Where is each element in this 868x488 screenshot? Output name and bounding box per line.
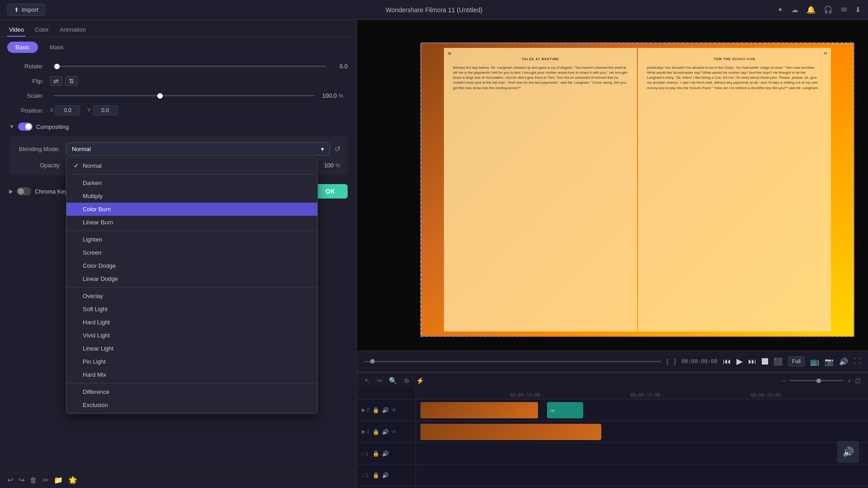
bracket-left-icon[interactable]: { — [666, 358, 669, 365]
fullscreen-icon[interactable]: ⛶ — [854, 357, 861, 365]
track-header-v1: ▶ 1 🔒 🔊 👁 — [357, 421, 415, 443]
tab-video[interactable]: Video — [7, 24, 26, 37]
blend-difference[interactable]: Difference — [66, 385, 317, 398]
quality-select[interactable]: Full — [788, 356, 805, 366]
prev-frame-button[interactable]: ⏮ — [723, 357, 731, 366]
flip-v-button[interactable]: ⇅ — [65, 76, 78, 86]
track-lane-a1 — [416, 443, 868, 464]
sub-tab-basic[interactable]: Basic — [7, 42, 38, 53]
stop-button[interactable] — [762, 358, 768, 365]
blend-linear-light[interactable]: Linear Light — [66, 342, 317, 355]
sticker-icon[interactable]: 🌟 — [68, 476, 77, 484]
cut-icon[interactable]: ✂ — [42, 476, 48, 484]
tracka2-lock-icon[interactable]: 🔒 — [373, 472, 379, 479]
blend-linear-burn[interactable]: Linear Burn — [66, 216, 317, 229]
razor-tool-icon[interactable]: ✂ — [377, 377, 382, 385]
zoom-in-btn-icon[interactable]: + — [847, 377, 851, 384]
speed-icon[interactable]: ⚡ — [416, 377, 425, 385]
cursor-tool-icon[interactable]: ↖ — [364, 377, 370, 385]
search-icon[interactable]: ⊕ — [404, 377, 410, 385]
sub-tab-mask[interactable]: Mask — [42, 42, 72, 53]
tracka1-audio-icon[interactable]: 🔊 — [382, 450, 389, 457]
chroma-chevron[interactable]: ▶ — [9, 188, 13, 194]
track-lock-icon[interactable]: 🔒 — [373, 407, 379, 413]
track1-lock-icon[interactable]: 🔒 — [373, 429, 379, 435]
zoom-fit-icon[interactable]: ⊡ — [855, 377, 861, 385]
blend-hard-mix[interactable]: Hard Mix — [66, 368, 317, 381]
tab-animation[interactable]: Animation — [58, 24, 88, 37]
cloud-icon[interactable]: ☁ — [791, 5, 798, 14]
chroma-ok-button[interactable]: OK — [313, 184, 348, 199]
compositing-label: Compositing — [36, 123, 69, 130]
blend-screen[interactable]: Screen — [66, 246, 317, 259]
blend-vivid-light-label: Vivid Light — [83, 332, 110, 339]
blend-vivid-light[interactable]: Vivid Light — [66, 329, 317, 342]
tracka2-audio-icon[interactable]: 🔊 — [382, 472, 389, 479]
blend-soft-light[interactable]: Soft Light — [66, 303, 317, 316]
track-audio-icon[interactable]: 🔊 — [382, 407, 389, 413]
pos-x-input[interactable] — [55, 105, 80, 115]
preview-icon[interactable]: ⬛ — [774, 357, 783, 366]
scale-value: 100.0 — [319, 92, 337, 99]
mail-icon[interactable]: ✉ — [841, 5, 847, 14]
undo-icon[interactable]: ↩ — [7, 476, 13, 484]
notification-icon[interactable]: 🔔 — [807, 5, 816, 14]
timeline-thumb[interactable] — [370, 359, 375, 364]
rotate-thumb[interactable] — [54, 64, 60, 69]
track-clip-v1[interactable] — [420, 424, 601, 440]
pos-y-label: Y — [87, 107, 91, 114]
next-frame-button[interactable]: ⏭ — [748, 357, 756, 366]
rotate-slider[interactable] — [53, 66, 326, 67]
blend-color-dodge[interactable]: Color Dodge — [66, 259, 317, 272]
blend-multiply[interactable]: Multiply — [66, 190, 317, 203]
tab-color[interactable]: Color — [33, 24, 51, 37]
zoom-track[interactable] — [789, 380, 844, 381]
download-icon[interactable]: ⬇ — [855, 5, 861, 14]
redo-icon[interactable]: ↪ — [19, 476, 24, 484]
track-clip-v2[interactable] — [420, 402, 538, 418]
blend-exclusion[interactable]: Exclusion — [66, 398, 317, 412]
media-icon[interactable]: 📁 — [54, 476, 63, 484]
blend-lighten[interactable]: Lighten — [66, 233, 317, 246]
compositing-toggle[interactable] — [18, 123, 33, 131]
blend-normal[interactable]: ✓ Normal — [66, 159, 317, 172]
bracket-right-icon[interactable]: } — [674, 358, 676, 365]
headset-icon[interactable]: 🎧 — [824, 5, 833, 14]
rotate-label: Rotate: — [9, 63, 50, 70]
compositing-chevron[interactable]: ▼ — [9, 123, 14, 130]
blend-color-burn[interactable]: Color Burn — [66, 203, 317, 216]
blend-hard-light[interactable]: Hard Light — [66, 316, 317, 329]
zoom-in-icon[interactable]: 🔍 — [389, 377, 397, 385]
pos-y-input[interactable] — [93, 105, 118, 115]
blending-reset-icon[interactable]: ↺ — [335, 145, 340, 153]
track-eye-icon[interactable]: 👁 — [392, 407, 396, 413]
camera-icon[interactable]: 📷 — [825, 357, 834, 366]
flip-h-button[interactable]: ⇄ — [50, 76, 62, 86]
timeline-scrubber[interactable] — [364, 361, 661, 362]
scale-slider[interactable] — [53, 95, 315, 96]
scale-thumb[interactable] — [157, 93, 163, 99]
delete-icon[interactable]: 🗑 — [30, 476, 37, 484]
play-pause-button[interactable]: ▶ — [736, 356, 743, 366]
blend-overlay[interactable]: Overlay — [66, 289, 317, 303]
speaker-icon[interactable]: 🔊 — [843, 446, 854, 457]
blend-hard-light-label: Hard Light — [83, 319, 110, 326]
rotate-row: Rotate: 0.0 — [9, 63, 348, 70]
screen-icon[interactable]: 📺 — [810, 357, 819, 366]
import-button[interactable]: ⬆ Import — [7, 4, 45, 16]
track-num-v2: ▶ 2 — [362, 407, 370, 413]
blend-darken[interactable]: Darken — [66, 176, 317, 190]
zoom-thumb[interactable] — [816, 379, 821, 383]
chroma-toggle[interactable] — [17, 187, 31, 195]
top-icons: ✦ ☁ 🔔 🎧 ✉ ⬇ — [777, 5, 861, 14]
settings-icon[interactable]: ✦ — [777, 5, 783, 14]
volume-icon[interactable]: 🔊 — [839, 357, 848, 366]
zoom-out-icon[interactable]: − — [782, 377, 786, 384]
track1-eye-icon[interactable]: 👁 — [392, 429, 396, 435]
blend-pin-light[interactable]: Pin Light — [66, 355, 317, 368]
tracka1-lock-icon[interactable]: 🔒 — [373, 450, 379, 457]
blending-select[interactable]: Normal ▾ — [66, 142, 330, 156]
track1-audio-icon[interactable]: 🔊 — [382, 429, 389, 435]
blend-linear-dodge[interactable]: Linear Dodge — [66, 272, 317, 285]
track-clip-teal[interactable]: clip — [547, 402, 583, 418]
